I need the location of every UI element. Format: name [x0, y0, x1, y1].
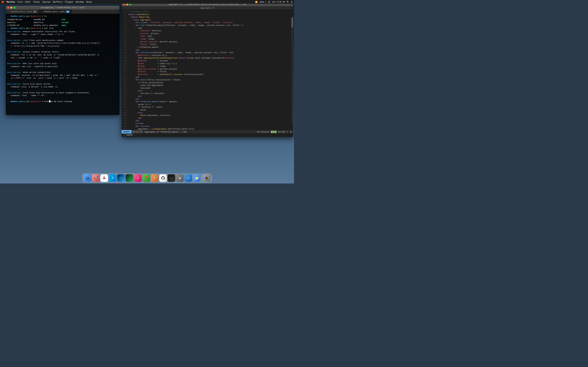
code-line-27: @currency = DoubleEntry::Account.currenc… [129, 73, 292, 76]
svg-point-1 [104, 177, 105, 179]
code-line-30: def amount(force_recalculation = false) [129, 79, 292, 82]
minimize-button[interactable] [10, 7, 12, 9]
code-line-16: end [129, 49, 292, 51]
dock-item-tweetbot[interactable]: 🐦 [184, 174, 192, 182]
line-numbers: 1234 5678 9101112 13141516 17181920 2122… [122, 10, 127, 130]
terminal-line-10: Command: ls -l | awk '{k=0;for(i=0;i<=8;… [7, 42, 118, 45]
terminal-line-18: Command: npm list --depth=0 2>/dev/null [7, 65, 118, 68]
terminal-sep-2: ------------------------------ [7, 48, 118, 51]
terminal-title: zesty@Zesty: ~/Code/double_entry (zsh) [41, 7, 85, 9]
notification-icon[interactable]: ☰ [291, 1, 293, 3]
dock-item-iterm[interactable]: >_ [168, 174, 175, 182]
code-line-10: account: account, [129, 32, 292, 35]
vim-git-status: +0 ~0 -0 [131, 130, 143, 133]
code-line-28: end [129, 76, 292, 79]
dock-item-launchpad[interactable]: 🚀 [92, 174, 100, 182]
terminal-titlebar: zesty@Zesty: ~/Code/double_entry (zsh) [6, 6, 120, 10]
code-line-15: ).formatted_amount [129, 46, 292, 49]
dock-item-github[interactable] [159, 174, 167, 182]
terminal-sep-3: ------------------------------ [7, 59, 118, 62]
terminal-sep-7: ------------------------------ [7, 97, 118, 100]
code-line-25: @partner_account = partner_account [129, 68, 292, 71]
code-line-26: @filter = filter [129, 70, 292, 73]
dock-item-trash[interactable]: 🗑 [203, 174, 210, 182]
dock: 🗂 🚀 S Ps ♪ ♫ 📍 ⬆ >_ ⚙ 🐦 📁 🗑 [82, 173, 212, 183]
code-area[interactable]: # encoding: utf-8 module DoubleEntry mod… [127, 10, 293, 130]
dock-item-transmit[interactable]: ⬆ [151, 174, 159, 182]
code-line-48: private [129, 122, 292, 125]
code-line-24: @range = range [129, 65, 292, 68]
dock-item-finder[interactable]: 🗂 [84, 174, 91, 182]
dock-item-finder2[interactable]: 📁 [193, 174, 200, 182]
code-line-36: end [129, 95, 292, 98]
terminal-line-9: Description: List files with permissions… [7, 39, 118, 42]
volume-icon: 🔊 [268, 1, 270, 3]
dock-item-system-preferences[interactable]: ⚙ [176, 174, 184, 182]
battery-status: 100% ⚡ [259, 1, 266, 3]
terminal-line-20: Description: Show active connections [7, 71, 118, 74]
code-line-43: else [129, 111, 292, 114]
code-line-41: if function == 'count' [129, 106, 292, 109]
vim-scrollbar[interactable] [291, 17, 293, 123]
clock: Sat 6:30 AM [272, 1, 285, 3]
t-dir: double_entry [9, 15, 25, 18]
tab-1-badge: #1 [33, 11, 37, 13]
terminal-line-28: Command: find . -name "*.rb" [7, 94, 118, 97]
dock-item-photoshop[interactable]: Ps [117, 174, 125, 182]
terminal-tab-1[interactable]: ../double_entry (zsh) #1 [6, 10, 39, 14]
app-name[interactable]: MacVim [7, 1, 15, 3]
menu-tools[interactable]: Tools [33, 1, 40, 3]
terminal-line-5: → double_entry git:(master) ✗ pet list [7, 27, 118, 30]
terminal-line-13: Description: Output primary terminal col… [7, 50, 118, 53]
code-line-46: end [129, 119, 292, 122]
terminal-window: zesty@Zesty: ~/Code/double_entry (zsh) .… [6, 6, 120, 115]
menu-plugin[interactable]: Plugin [65, 1, 73, 3]
vim-status-file: <aggregate.rb formatted_amount < ruby [143, 130, 256, 133]
vim-filename: aggregate.rb [122, 6, 293, 10]
terminal-line-7: Command: find . -type f -exec chmod -x {… [7, 33, 118, 36]
dock-item-spotify[interactable]: ♪ [126, 174, 133, 182]
code-line-45: end [129, 117, 292, 120]
code-line-5: attr_reader :function, :account, :partne… [129, 21, 292, 24]
tab-2-label: ../double_entry (zsh) [41, 11, 65, 13]
menu-help[interactable]: Help [86, 1, 92, 3]
terminal-line-14: Command: for i in {0..16}; do echo -e "\… [7, 53, 118, 57]
terminal-line-1: → double_entry git:(master) ✗ ls [7, 15, 118, 18]
dock-item-maps[interactable]: 📍 [142, 174, 150, 182]
apple-menu[interactable]: 🍎 [1, 0, 4, 3]
code-line-3: module Reporting [129, 16, 292, 19]
close-button[interactable] [7, 7, 9, 9]
menu-buffers[interactable]: Buffers [53, 1, 63, 3]
vim-status-right: utf-8[unix] 11% 15/130 ℓ: 11 [256, 130, 293, 133]
terminal-prompt-last: → double_entry git:(master) ✗ brewup && … [7, 100, 118, 103]
code-line-51: aggregate = LineAggregate.where(field_ha… [129, 128, 292, 130]
terminal-line-4: LICENSE.md double_entry.gemspec spec [7, 24, 118, 27]
terminal-line-25: Command: kill -9 $(lsof -i tcp:3000 -t) [7, 85, 118, 88]
terminal-line-11: ) *2^(8-i));if(k)printf("%0o ",k);print}… [7, 45, 118, 48]
terminal-line-22: s/::ffff://' |cut -d: -sort | uniq -c | … [7, 77, 118, 80]
cursor [49, 100, 50, 102]
menu-edit[interactable]: Edit [25, 1, 31, 3]
dock-item-itunes[interactable]: ♫ [134, 174, 142, 182]
code-line-7: def self.formatted_amount(function:, acc… [129, 24, 292, 27]
search-icon[interactable]: 🔍 [287, 1, 289, 3]
code-line-18: def initialize(function:, account:, code… [129, 51, 292, 54]
menu-bar: 🍎 MacVim File Edit Tools Syntax Buffers … [0, 0, 294, 4]
vim-scrollbar-thumb[interactable] [291, 17, 293, 28]
code-line-33: calculate [129, 87, 292, 90]
terminal-content[interactable]: → double_entry git:(master) ✗ ls CHANGEL… [6, 14, 120, 115]
dock-item-skype[interactable]: S [109, 174, 117, 182]
menu-window[interactable]: Window [76, 1, 84, 3]
vim-window: aggregate.rb (~/Code/double_entry/lib/do… [122, 2, 293, 137]
terminal-line-21: Command: netstat -tn 2>/dev/null | grep … [7, 74, 118, 77]
vim-mode-line: -- INSERT -- [122, 133, 293, 137]
terminal-tab-2[interactable]: ../double_entry (zsh) #2 [39, 10, 72, 14]
maximize-button[interactable] [13, 7, 16, 9]
prompt-arrow: → [7, 15, 9, 18]
menu-syntax[interactable]: Syntax [42, 1, 51, 3]
code-line-20: fail AggregateFunctionNotSupported unles… [129, 57, 292, 60]
menu-file[interactable]: File [17, 1, 23, 3]
dock-item-chrome[interactable] [100, 174, 108, 182]
terminal-sep-1: ------------------------------ [7, 36, 118, 39]
tab-1-label: ../double_entry (zsh) [8, 11, 32, 13]
